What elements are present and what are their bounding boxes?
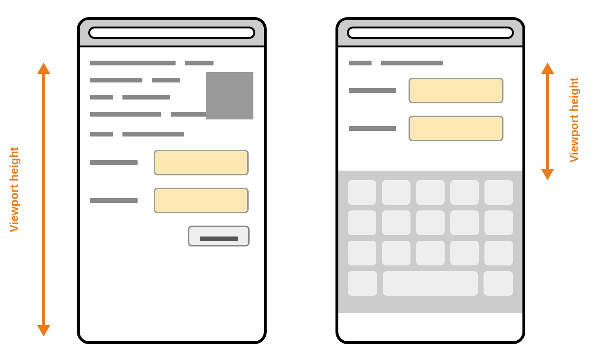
text-line <box>90 61 253 65</box>
keyboard-key[interactable] <box>348 271 377 296</box>
url-bar[interactable] <box>88 27 255 39</box>
keyboard-key[interactable] <box>484 180 513 205</box>
form-row <box>349 78 512 103</box>
text-input[interactable] <box>409 116 503 141</box>
text-input[interactable] <box>154 150 249 175</box>
keyboard-key[interactable] <box>382 241 410 265</box>
browser-chrome <box>338 20 522 47</box>
viewport-height-arrow-right <box>541 63 554 180</box>
keyboard-key[interactable] <box>382 210 410 235</box>
text-line <box>349 61 512 65</box>
button-row <box>90 226 253 246</box>
text-line <box>90 132 253 136</box>
form-row <box>90 150 253 175</box>
keyboard-key[interactable] <box>416 241 445 265</box>
keyboard-key[interactable] <box>382 180 410 205</box>
submit-button[interactable] <box>188 226 250 246</box>
form-row <box>349 116 512 141</box>
keyboard-key[interactable] <box>484 241 513 265</box>
page-content-right <box>338 47 522 171</box>
page-content-left <box>80 47 264 326</box>
keyboard-key[interactable] <box>348 180 376 205</box>
device-left <box>77 17 267 344</box>
keyboard-key[interactable] <box>450 210 479 235</box>
keyboard-key[interactable] <box>484 271 513 296</box>
text-input[interactable] <box>154 188 249 213</box>
keyboard-key[interactable] <box>484 210 513 235</box>
keyboard-spacebar[interactable] <box>383 271 478 296</box>
browser-chrome <box>80 20 264 47</box>
keyboard-key[interactable] <box>416 210 445 235</box>
viewport-height-label-right: Viewport height <box>568 56 581 184</box>
form-row <box>90 188 253 213</box>
keyboard-key[interactable] <box>450 241 479 265</box>
keyboard-key[interactable] <box>348 241 376 265</box>
viewport-height-label-left: Viewport height <box>8 62 21 318</box>
thumbnail-image <box>206 72 253 119</box>
keyboard-key[interactable] <box>348 210 376 235</box>
text-input[interactable] <box>409 78 503 103</box>
viewport-height-arrow-left <box>37 63 50 337</box>
url-bar[interactable] <box>347 27 514 39</box>
keyboard-key[interactable] <box>416 180 445 205</box>
keyboard-key[interactable] <box>450 180 479 205</box>
viewport-diagram: Viewport height <box>0 0 605 364</box>
device-right <box>335 17 525 344</box>
on-screen-keyboard <box>338 171 522 313</box>
